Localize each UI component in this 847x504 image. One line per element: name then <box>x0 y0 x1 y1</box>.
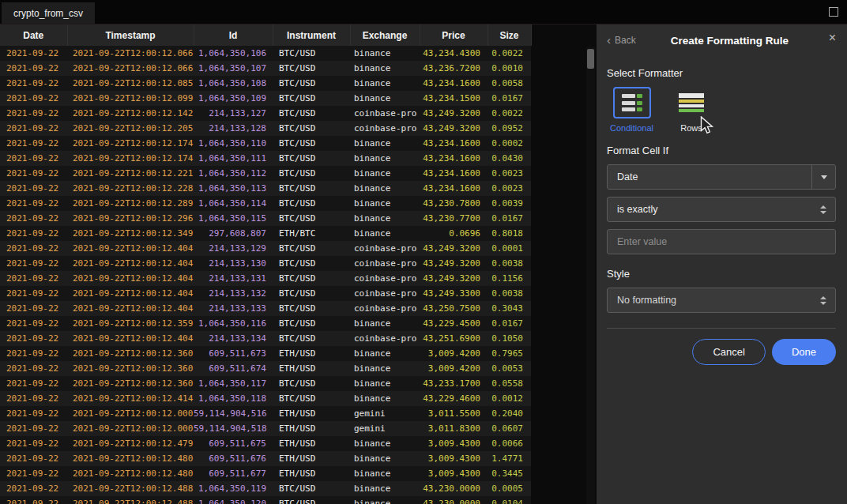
cell-date[interactable]: 2021-09-22 <box>0 241 67 256</box>
cell-price[interactable]: 43,230.0000 <box>420 481 487 496</box>
table-row[interactable]: 2021-09-222021-09-22T12:00:12.349297,608… <box>0 226 531 241</box>
cell-date[interactable]: 2021-09-22 <box>0 61 67 76</box>
cell-timestamp[interactable]: 2021-09-22T12:00:12.066 <box>67 46 194 61</box>
cell-price[interactable]: 43,251.6900 <box>420 331 487 346</box>
cell-exchange[interactable]: binance <box>350 481 420 496</box>
cell-price[interactable]: 43,230.0000 <box>420 496 487 504</box>
cell-id[interactable]: 1,064,350,116 <box>194 316 273 331</box>
table-row[interactable]: 2021-09-222021-09-22T12:00:12.4141,064,3… <box>0 391 531 406</box>
table-row[interactable]: 2021-09-222021-09-22T12:00:12.00059,114,… <box>0 421 531 436</box>
cell-instrument[interactable]: BTC/USD <box>273 151 350 166</box>
cell-size[interactable]: 0.0066 <box>487 436 531 451</box>
cell-date[interactable]: 2021-09-22 <box>0 211 67 226</box>
table-row[interactable]: 2021-09-222021-09-22T12:00:12.0661,064,3… <box>0 61 531 76</box>
cell-timestamp[interactable]: 2021-09-22T12:00:12.404 <box>67 271 194 286</box>
cell-exchange[interactable]: coinbase-pro <box>350 286 420 301</box>
cell-timestamp[interactable]: 2021-09-22T12:00:12.289 <box>67 196 194 211</box>
cell-id[interactable]: 1,064,350,106 <box>194 46 273 61</box>
cell-exchange[interactable]: binance <box>350 166 420 181</box>
cell-size[interactable]: 0.0952 <box>487 121 531 136</box>
formatter-option-rows[interactable]: Rows <box>672 87 710 133</box>
cell-size[interactable]: 0.0023 <box>487 181 531 196</box>
cell-id[interactable]: 609,511,673 <box>194 346 273 361</box>
cell-size[interactable]: 0.0022 <box>487 46 531 61</box>
cell-exchange[interactable]: binance <box>350 376 420 391</box>
cell-timestamp[interactable]: 2021-09-22T12:00:12.000 <box>67 406 194 421</box>
table-row[interactable]: 2021-09-222021-09-22T12:00:12.0661,064,3… <box>0 46 531 61</box>
tab-crypto-from-csv[interactable]: crypto_from_csv <box>2 2 95 24</box>
cell-date[interactable]: 2021-09-22 <box>0 466 67 481</box>
cell-size[interactable]: 0.0053 <box>487 361 531 376</box>
cell-instrument[interactable]: BTC/USD <box>273 211 350 226</box>
table-row[interactable]: 2021-09-222021-09-22T12:00:12.3591,064,3… <box>0 316 531 331</box>
column-select[interactable]: Date <box>607 164 836 190</box>
table-row[interactable]: 2021-09-222021-09-22T12:00:12.404214,133… <box>0 301 531 316</box>
cell-size[interactable]: 0.2040 <box>487 406 531 421</box>
condition-select[interactable]: is exactly <box>607 197 836 222</box>
cell-exchange[interactable]: coinbase-pro <box>350 106 420 121</box>
cell-timestamp[interactable]: 2021-09-22T12:00:12.360 <box>67 346 194 361</box>
cell-timestamp[interactable]: 2021-09-22T12:00:12.142 <box>67 106 194 121</box>
table-row[interactable]: 2021-09-222021-09-22T12:00:12.4881,064,3… <box>0 481 531 496</box>
cell-timestamp[interactable]: 2021-09-22T12:00:12.174 <box>67 151 194 166</box>
table-row[interactable]: 2021-09-222021-09-22T12:00:12.4881,064,3… <box>0 496 531 504</box>
cell-instrument[interactable]: BTC/USD <box>273 256 350 271</box>
cell-size[interactable]: 0.0167 <box>487 91 531 106</box>
table-row[interactable]: 2021-09-222021-09-22T12:00:12.142214,133… <box>0 106 531 121</box>
cell-exchange[interactable]: coinbase-pro <box>350 256 420 271</box>
cell-timestamp[interactable]: 2021-09-22T12:00:12.360 <box>67 376 194 391</box>
cell-id[interactable]: 1,064,350,114 <box>194 196 273 211</box>
cell-timestamp[interactable]: 2021-09-22T12:00:12.000 <box>67 421 194 436</box>
cell-price[interactable]: 3,009.4200 <box>420 361 487 376</box>
cell-exchange[interactable]: binance <box>350 181 420 196</box>
cell-price[interactable]: 43,234.1600 <box>420 76 487 91</box>
table-row[interactable]: 2021-09-222021-09-22T12:00:12.1741,064,3… <box>0 151 531 166</box>
vertical-scrollbar[interactable] <box>586 47 595 504</box>
cell-instrument[interactable]: BTC/USD <box>273 496 350 504</box>
cell-date[interactable]: 2021-09-22 <box>0 151 67 166</box>
table-row[interactable]: 2021-09-222021-09-22T12:00:12.479609,511… <box>0 436 531 451</box>
cell-date[interactable]: 2021-09-22 <box>0 181 67 196</box>
cell-id[interactable]: 214,133,134 <box>194 331 273 346</box>
column-header-instrument[interactable]: Instrument <box>273 24 350 46</box>
cell-instrument[interactable]: BTC/USD <box>273 301 350 316</box>
cell-exchange[interactable]: binance <box>350 76 420 91</box>
cell-timestamp[interactable]: 2021-09-22T12:00:12.349 <box>67 226 194 241</box>
cancel-button[interactable]: Cancel <box>692 339 765 365</box>
cell-timestamp[interactable]: 2021-09-22T12:00:12.480 <box>67 451 194 466</box>
cell-timestamp[interactable]: 2021-09-22T12:00:12.488 <box>67 496 194 504</box>
cell-id[interactable]: 214,133,127 <box>194 106 273 121</box>
cell-price[interactable]: 3,011.5500 <box>420 406 487 421</box>
cell-id[interactable]: 214,133,132 <box>194 286 273 301</box>
cell-price[interactable]: 3,011.8300 <box>420 421 487 436</box>
cell-id[interactable]: 214,133,133 <box>194 301 273 316</box>
cell-instrument[interactable]: BTC/USD <box>273 91 350 106</box>
cell-date[interactable]: 2021-09-22 <box>0 136 67 151</box>
cell-exchange[interactable]: gemini <box>350 421 420 436</box>
cell-id[interactable]: 214,133,129 <box>194 241 273 256</box>
cell-exchange[interactable]: coinbase-pro <box>350 241 420 256</box>
table-row[interactable]: 2021-09-222021-09-22T12:00:12.0991,064,3… <box>0 91 531 106</box>
table-row[interactable]: 2021-09-222021-09-22T12:00:12.404214,133… <box>0 241 531 256</box>
cell-size[interactable]: 0.0558 <box>487 376 531 391</box>
cell-id[interactable]: 1,064,350,108 <box>194 76 273 91</box>
table-row[interactable]: 2021-09-222021-09-22T12:00:12.0851,064,3… <box>0 76 531 91</box>
cell-date[interactable]: 2021-09-22 <box>0 271 67 286</box>
cell-id[interactable]: 297,608,807 <box>194 226 273 241</box>
cell-id[interactable]: 1,064,350,111 <box>194 151 273 166</box>
cell-date[interactable]: 2021-09-22 <box>0 331 67 346</box>
cell-instrument[interactable]: ETH/USD <box>273 466 350 481</box>
cell-date[interactable]: 2021-09-22 <box>0 406 67 421</box>
cell-instrument[interactable]: BTC/USD <box>273 136 350 151</box>
column-header-timestamp[interactable]: Timestamp <box>67 24 194 46</box>
cell-price[interactable]: 43,234.1600 <box>420 151 487 166</box>
cell-id[interactable]: 1,064,350,117 <box>194 376 273 391</box>
table-row[interactable]: 2021-09-222021-09-22T12:00:12.2211,064,3… <box>0 166 531 181</box>
cell-date[interactable]: 2021-09-22 <box>0 91 67 106</box>
cell-size[interactable]: 0.0038 <box>487 286 531 301</box>
table-row[interactable]: 2021-09-222021-09-22T12:00:12.404214,133… <box>0 286 531 301</box>
cell-exchange[interactable]: binance <box>350 136 420 151</box>
table-row[interactable]: 2021-09-222021-09-22T12:00:12.360609,511… <box>0 346 531 361</box>
cell-timestamp[interactable]: 2021-09-22T12:00:12.099 <box>67 91 194 106</box>
cell-date[interactable]: 2021-09-22 <box>0 106 67 121</box>
